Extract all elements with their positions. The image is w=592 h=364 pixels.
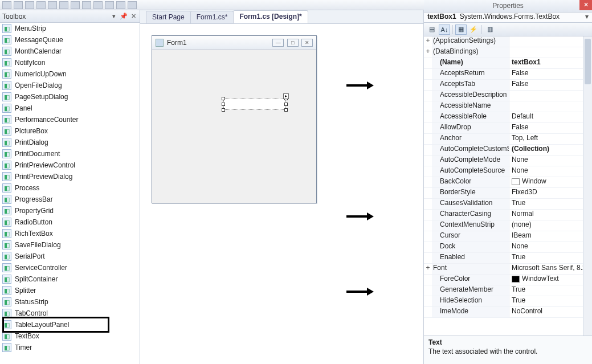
prop-row-hideselection[interactable]: HideSelectionTrue — [424, 296, 583, 307]
toolbox-item-messagequeue[interactable]: ◧MessageQueue — [0, 34, 140, 46]
prop-row-autocompletesource[interactable]: AutoCompleteSourceNone — [424, 166, 583, 177]
prop-row-charactercasing[interactable]: CharacterCasingNormal — [424, 210, 583, 220]
toolbox-item-progressbar[interactable]: ◧ProgressBar — [0, 194, 140, 205]
maximize-icon[interactable]: □ — [287, 39, 299, 47]
toolbox-item-richtextbox[interactable]: ◧RichTextBox — [0, 228, 140, 239]
prop-row--databindings-[interactable]: +(DataBindings) — [424, 47, 583, 58]
prop-value[interactable]: True — [509, 296, 583, 306]
prop-row-accessibledescription[interactable]: AccessibleDescription — [424, 91, 583, 101]
prop-value[interactable]: None — [509, 166, 583, 177]
toolbox-item-monthcalendar[interactable]: ◧MonthCalendar — [0, 46, 140, 57]
designer-textbox-control[interactable]: ▸ — [223, 99, 286, 110]
toolbox-item-tablelayoutpanel[interactable]: ◧TableLayoutPanel — [0, 319, 140, 330]
toolbox-item-propertygrid[interactable]: ◧PropertyGrid — [0, 205, 140, 216]
toolbox-item-menustrip[interactable]: ◧MenuStrip — [0, 23, 140, 34]
prop-value[interactable]: NoControl — [509, 307, 583, 317]
categorized-button[interactable]: ▤ — [426, 24, 438, 35]
prop-value[interactable]: IBeam — [509, 231, 583, 242]
resize-handle[interactable] — [222, 97, 225, 100]
properties-close-button[interactable]: ✕ — [579, 0, 592, 10]
prop-value[interactable]: WindowText — [509, 275, 583, 285]
prop-row-borderstyle[interactable]: BorderStyleFixed3D — [424, 188, 583, 199]
prop-row-allowdrop[interactable]: AllowDropFalse — [424, 123, 583, 134]
toolbar-button[interactable] — [128, 1, 137, 9]
toolbox-item-panel[interactable]: ◧Panel — [0, 103, 140, 114]
scrollbar-thumb[interactable] — [585, 39, 591, 84]
prop-row--applicationsettings-[interactable]: +(ApplicationSettings) — [424, 36, 583, 47]
prop-row-forecolor[interactable]: ForeColorWindowText — [424, 275, 583, 285]
prop-row-dock[interactable]: DockNone — [424, 242, 583, 253]
prop-row-backcolor[interactable]: BackColorWindow — [424, 177, 583, 188]
prop-value[interactable] — [509, 47, 583, 58]
prop-row-autocompletemode[interactable]: AutoCompleteModeNone — [424, 156, 583, 166]
prop-row--name-[interactable]: (Name)textBox1 — [424, 58, 583, 69]
prop-value[interactable]: None — [509, 156, 583, 166]
tab-form1-cs-[interactable]: Form1.cs* — [190, 11, 234, 23]
properties-grid[interactable]: +(ApplicationSettings)+(DataBindings)(Na… — [424, 36, 592, 336]
prop-value[interactable]: Window — [509, 177, 583, 187]
toolbox-item-serialport[interactable]: ◧SerialPort — [0, 251, 140, 262]
toolbox-item-printpreviewcontrol[interactable]: ◧PrintPreviewControl — [0, 159, 140, 171]
prop-value[interactable]: textBox1 — [509, 58, 583, 68]
prop-value[interactable]: Normal — [509, 210, 583, 220]
properties-button[interactable]: ▦ — [455, 24, 467, 35]
prop-value[interactable] — [509, 36, 583, 47]
prop-row-imemode[interactable]: ImeModeNoControl — [424, 307, 583, 318]
toolbar-button[interactable] — [36, 1, 46, 9]
prop-value[interactable]: False — [509, 123, 583, 133]
toolbox-item-openfiledialog[interactable]: ◧OpenFileDialog — [0, 80, 140, 91]
toolbar-button[interactable] — [14, 1, 23, 9]
prop-value[interactable] — [509, 101, 583, 112]
prop-value[interactable]: True — [509, 253, 583, 263]
prop-value[interactable]: (none) — [509, 220, 583, 231]
prop-value[interactable]: Default — [509, 112, 583, 122]
prop-row-causesvalidation[interactable]: CausesValidationTrue — [424, 199, 583, 210]
chevron-down-icon[interactable]: ▾ — [585, 13, 589, 21]
toolbox-item-savefiledialog[interactable]: ◧SaveFileDialog — [0, 239, 140, 251]
prop-row-cursor[interactable]: CursorIBeam — [424, 231, 583, 242]
toolbar-button[interactable] — [105, 1, 114, 9]
toolbox-item-notifyicon[interactable]: ◧NotifyIcon — [0, 57, 140, 68]
prop-value[interactable]: True — [509, 199, 583, 209]
toolbox-item-numericupdown[interactable]: ◧NumericUpDown — [0, 68, 140, 80]
toolbox-item-printpreviewdialog[interactable]: ◧PrintPreviewDialog — [0, 171, 140, 182]
tab-form1-cs-design-[interactable]: Form1.cs [Design]* — [233, 10, 308, 23]
resize-handle[interactable] — [222, 103, 225, 106]
toolbox-item-pagesetupdialog[interactable]: ◧PageSetupDialog — [0, 91, 140, 103]
close-icon[interactable]: ✕ — [129, 13, 137, 21]
prop-row-acceptsreturn[interactable]: AcceptsReturnFalse — [424, 69, 583, 80]
prop-value[interactable]: (Collection) — [509, 145, 583, 155]
toolbar-button[interactable] — [82, 1, 91, 9]
toolbar-button[interactable] — [48, 1, 57, 9]
toolbox-item-textbox[interactable]: ◧TextBox — [0, 330, 140, 342]
property-pages-button[interactable]: ▥ — [484, 24, 496, 35]
dropdown-icon[interactable]: ▾ — [110, 13, 118, 21]
toolbox-item-picturebox[interactable]: ◧PictureBox — [0, 125, 140, 137]
smart-tag-icon[interactable]: ▸ — [283, 93, 289, 99]
toolbox-item-statusstrip[interactable]: ◧StatusStrip — [0, 296, 140, 308]
prop-row-font[interactable]: +FontMicrosoft Sans Serif, 8.25pt — [424, 264, 583, 275]
alphabetical-button[interactable]: A↓ — [439, 24, 450, 35]
prop-value[interactable]: Top, Left — [509, 134, 583, 144]
prop-row-enabled[interactable]: EnabledTrue — [424, 253, 583, 264]
resize-handle[interactable] — [284, 103, 288, 106]
properties-scrollbar[interactable] — [583, 36, 592, 336]
minimize-icon[interactable]: — — [272, 39, 284, 47]
toolbox-item-splitter[interactable]: ◧Splitter — [0, 285, 140, 296]
toolbox-item-radiobutton[interactable]: ◧RadioButton — [0, 216, 140, 228]
prop-value[interactable]: Fixed3D — [509, 188, 583, 198]
toolbox-item-process[interactable]: ◧Process — [0, 182, 140, 194]
resize-handle[interactable] — [222, 108, 225, 112]
toolbox-item-timer[interactable]: ◧Timer — [0, 342, 140, 353]
tab-start-page[interactable]: Start Page — [146, 11, 191, 23]
prop-value[interactable]: False — [509, 80, 583, 90]
toolbar-button[interactable] — [2, 1, 11, 9]
toolbar-button[interactable] — [59, 1, 68, 9]
prop-value[interactable]: True — [509, 285, 583, 296]
expand-icon[interactable]: + — [424, 264, 432, 274]
toolbar-button[interactable] — [25, 1, 34, 9]
prop-value[interactable]: None — [509, 242, 583, 252]
prop-value[interactable]: Microsoft Sans Serif, 8.25pt — [509, 264, 583, 274]
toolbox-item-servicecontroller[interactable]: ◧ServiceController — [0, 262, 140, 273]
expand-icon[interactable]: + — [424, 47, 432, 58]
